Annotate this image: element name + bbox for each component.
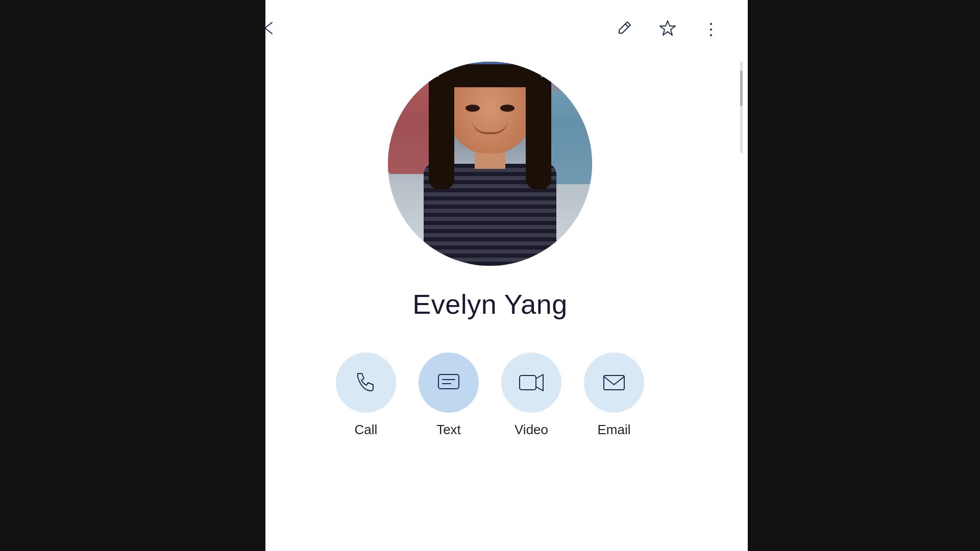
message-icon — [435, 369, 462, 396]
more-dots-icon: ⋮ — [703, 20, 719, 38]
call-action[interactable]: Call — [336, 353, 396, 438]
star-icon — [659, 19, 676, 37]
email-icon — [601, 369, 627, 396]
video-action[interactable]: Video — [501, 353, 561, 438]
video-label: Video — [514, 422, 548, 438]
text-circle — [419, 353, 479, 413]
svg-line-0 — [625, 24, 628, 27]
scrollbar-track — [740, 61, 743, 153]
call-label: Call — [355, 422, 378, 438]
phone-icon — [353, 369, 379, 396]
actions-row: Call Text — [336, 353, 644, 438]
pencil-icon — [616, 20, 632, 36]
star-button[interactable] — [655, 15, 680, 42]
svg-marker-1 — [660, 21, 675, 35]
email-circle — [584, 353, 644, 413]
phone-screen: ⋮ — [232, 0, 748, 551]
call-circle — [336, 353, 396, 413]
contact-name: Evelyn Yang — [412, 288, 568, 320]
more-button[interactable]: ⋮ — [699, 17, 723, 41]
svg-rect-5 — [520, 375, 536, 390]
avatar — [388, 62, 592, 266]
email-action[interactable]: Email — [584, 353, 644, 438]
email-label: Email — [597, 422, 630, 438]
top-bar: ⋮ — [232, 0, 748, 47]
scrollbar-thumb[interactable] — [740, 70, 743, 106]
text-action[interactable]: Text — [419, 353, 479, 438]
svg-rect-2 — [438, 374, 459, 389]
svg-rect-6 — [604, 375, 624, 390]
edit-button[interactable] — [612, 16, 636, 42]
video-circle — [501, 353, 561, 413]
video-icon — [518, 369, 545, 396]
text-label: Text — [436, 422, 461, 438]
